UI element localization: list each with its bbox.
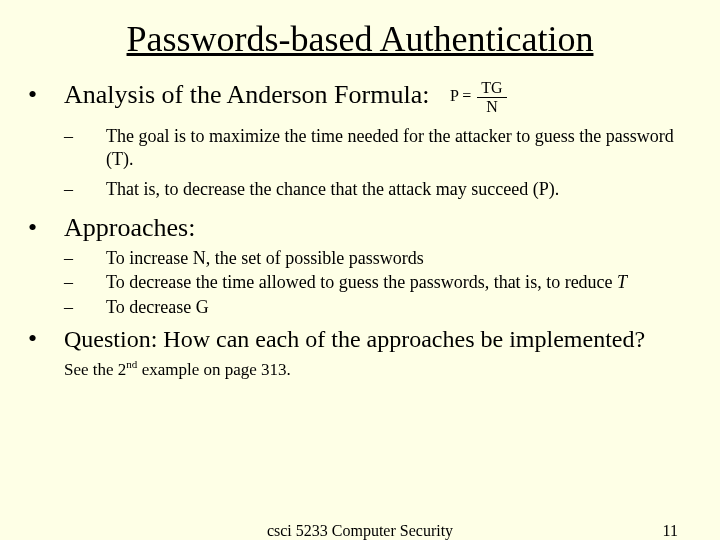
approach-sub-2: – To decrease the time allowed to guess …: [64, 271, 692, 294]
bullet-question: • Question: How can each of the approach…: [28, 324, 692, 354]
analysis-sub-2: – That is, to decrease the chance that t…: [64, 178, 692, 201]
formula-lhs: P =: [450, 87, 471, 104]
approach-sub-2-text: To decrease the time allowed to guess th…: [106, 271, 627, 294]
slide-title: Passwords-based Authentication: [28, 18, 692, 60]
bullet-dot-icon: •: [28, 213, 64, 243]
dash-icon: –: [64, 247, 106, 270]
approach-sub-3-text: To decrease G: [106, 296, 209, 319]
question-text: Question: How can each of the approaches…: [64, 326, 645, 353]
example-sup: nd: [126, 358, 137, 370]
approach-sub-2-pre: To decrease the time allowed to guess th…: [106, 272, 617, 292]
approach-sub-3: – To decrease G: [64, 296, 692, 319]
slide: Passwords-based Authentication • Analysi…: [0, 0, 720, 540]
analysis-text: Analysis of the Anderson Formula:: [64, 80, 429, 109]
bullet-analysis-label: Analysis of the Anderson Formula: P = TG…: [64, 80, 507, 115]
approaches-label: Approaches:: [64, 213, 195, 243]
dash-icon: –: [64, 271, 106, 294]
bullet-approaches: • Approaches:: [28, 207, 692, 245]
bullet-analysis: • Analysis of the Anderson Formula: P = …: [28, 74, 692, 117]
footer-course: csci 5233 Computer Security: [267, 522, 453, 540]
formula-denominator: N: [477, 98, 506, 115]
analysis-sub-1: – The goal is to maximize the time neede…: [64, 125, 692, 170]
example-pre: See the 2: [64, 360, 126, 379]
bullet-dot-icon: •: [28, 324, 64, 354]
example-post: example on page 313.: [137, 360, 290, 379]
footer-page-number: 11: [663, 522, 678, 540]
formula-numerator: TG: [477, 80, 506, 98]
dash-icon: –: [64, 178, 106, 201]
bullet-dot-icon: •: [28, 80, 64, 110]
example-ref: See the 2nd example on page 313.: [64, 358, 692, 380]
approach-sub-1-text: To increase N, the set of possible passw…: [106, 247, 424, 270]
analysis-sub-2-text: That is, to decrease the chance that the…: [106, 178, 559, 201]
approach-sub-1: – To increase N, the set of possible pas…: [64, 247, 692, 270]
analysis-sub-1-text: The goal is to maximize the time needed …: [106, 125, 692, 170]
dash-icon: –: [64, 296, 106, 319]
italic-t: T: [617, 272, 627, 292]
anderson-formula: P = TG N: [450, 80, 507, 115]
fraction-icon: TG N: [477, 80, 506, 115]
dash-icon: –: [64, 125, 106, 148]
